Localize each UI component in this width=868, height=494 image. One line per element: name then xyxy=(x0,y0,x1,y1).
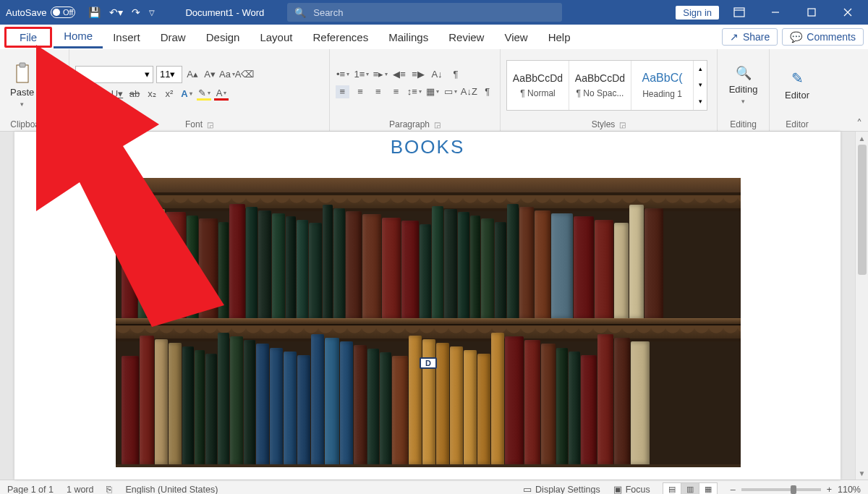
share-button[interactable]: ↗Share xyxy=(722,28,778,46)
clipboard-icon xyxy=(14,62,31,84)
paragraph-dialog-launcher-icon[interactable]: ◲ xyxy=(434,121,441,129)
svg-rect-3 xyxy=(808,9,815,16)
display-icon: ▭ xyxy=(523,484,532,494)
sort-az-icon[interactable]: A↓Z xyxy=(461,85,476,98)
scroll-up-icon[interactable]: ▲ xyxy=(856,132,868,145)
font-name-select[interactable]: ▾ xyxy=(75,66,153,83)
grow-font-icon[interactable]: A▴ xyxy=(185,68,200,81)
web-layout-icon[interactable]: ▦ xyxy=(699,482,718,495)
tab-design[interactable]: Design xyxy=(196,27,250,48)
styles-gallery[interactable]: AaBbCcDd ¶ Normal AaBbCcDd ¶ No Spac... … xyxy=(506,60,707,111)
group-editing: 🔍 Editing ▾ Editing xyxy=(718,49,770,131)
tab-layout[interactable]: Layout xyxy=(250,27,302,48)
minimize-icon[interactable] xyxy=(760,0,791,25)
borders-icon[interactable]: ▭ xyxy=(444,85,458,98)
comments-button[interactable]: 💬Comments xyxy=(782,28,864,46)
italic-icon[interactable]: I xyxy=(93,88,107,101)
multilevel-list-icon[interactable]: ≡▸ xyxy=(373,68,388,81)
zoom-slider[interactable] xyxy=(741,488,821,491)
styles-dialog-launcher-icon[interactable]: ◲ xyxy=(619,121,626,129)
font-size-select[interactable]: 11 ▾ xyxy=(156,66,182,83)
decrease-indent-icon[interactable]: ◀≡ xyxy=(392,68,407,81)
bullets-icon[interactable]: •≡ xyxy=(336,68,350,81)
zoom-in-icon[interactable]: + xyxy=(827,485,832,495)
group-font: ▾ 11 ▾ A▴ A▾ Aa A⌫ B I U▾ ab x₂ x² A ✎ A xyxy=(69,49,330,131)
bold-icon[interactable]: B xyxy=(75,88,90,101)
scroll-down-icon[interactable]: ▼ xyxy=(856,467,868,480)
styles-expand-icon[interactable]: ▴▾▾ xyxy=(694,61,707,110)
font-dialog-launcher-icon[interactable]: ◲ xyxy=(207,121,213,129)
group-clipboard: Paste ▾ ✂ ⧉ 🖌 Clipboard◲ xyxy=(0,49,69,131)
sign-in-button[interactable]: Sign in xyxy=(676,6,719,20)
align-right-icon[interactable]: ≡ xyxy=(371,85,385,98)
search-box[interactable]: 🔍 Search xyxy=(287,3,562,22)
tab-file[interactable]: File xyxy=(4,27,52,48)
tab-draw[interactable]: Draw xyxy=(150,27,196,48)
scroll-thumb[interactable] xyxy=(858,145,867,275)
language-indicator[interactable]: English (United States) xyxy=(125,485,218,495)
copy-icon[interactable]: ⧉ xyxy=(41,79,54,92)
search-icon: 🔍 xyxy=(294,7,306,18)
zoom-out-icon[interactable]: – xyxy=(731,485,736,495)
maximize-icon[interactable] xyxy=(796,0,827,25)
align-center-icon[interactable]: ≡ xyxy=(354,85,367,98)
clear-formatting-icon[interactable]: A⌫ xyxy=(237,68,252,81)
show-marks-icon[interactable]: ¶ xyxy=(448,68,463,81)
tab-review[interactable]: Review xyxy=(438,27,494,48)
sort-icon[interactable]: A↓ xyxy=(430,68,444,81)
spellcheck-icon[interactable]: ⎘ xyxy=(106,485,112,495)
subscript-icon[interactable]: x₂ xyxy=(145,88,159,101)
style-normal[interactable]: AaBbCcDd ¶ Normal xyxy=(507,61,569,110)
text-effects-icon[interactable]: A xyxy=(179,88,194,101)
undo-icon[interactable]: ↶▾ xyxy=(109,7,123,18)
shading-icon[interactable]: ▦ xyxy=(426,85,440,98)
line-spacing-icon[interactable]: ↕≡ xyxy=(407,85,422,98)
tab-references[interactable]: References xyxy=(302,27,378,48)
focus-button[interactable]: ▣Focus xyxy=(613,484,650,494)
tab-help[interactable]: Help xyxy=(538,27,581,48)
save-icon[interactable]: 💾 xyxy=(88,7,101,18)
numbering-icon[interactable]: 1≡ xyxy=(354,68,369,81)
close-icon[interactable] xyxy=(832,0,864,25)
align-left-icon[interactable]: ≡ xyxy=(336,85,349,98)
document-title: Document1 - Word xyxy=(185,7,264,18)
tab-home[interactable]: Home xyxy=(54,25,103,48)
shrink-font-icon[interactable]: A▾ xyxy=(203,68,217,81)
bookshelf-image[interactable]: D xyxy=(116,178,741,467)
strikethrough-icon[interactable]: ab xyxy=(127,88,142,101)
style-heading-1[interactable]: AaBbC( Heading 1 xyxy=(631,61,694,110)
read-mode-icon[interactable]: ▤ xyxy=(663,482,681,495)
style-no-spacing[interactable]: AaBbCcDd ¶ No Spac... xyxy=(569,61,631,110)
tab-insert[interactable]: Insert xyxy=(103,27,150,48)
vertical-scrollbar[interactable]: ▲ ▼ xyxy=(855,132,868,480)
tab-view[interactable]: View xyxy=(494,27,537,48)
ribbon-display-options-icon[interactable] xyxy=(723,0,755,25)
tab-mailings[interactable]: Mailings xyxy=(378,27,438,48)
underline-icon[interactable]: U▾ xyxy=(110,88,124,101)
format-painter-icon[interactable]: 🖌 xyxy=(41,98,54,111)
display-settings-button[interactable]: ▭Display Settings xyxy=(523,484,600,494)
autosave-toggle[interactable]: AutoSave Off xyxy=(6,7,75,18)
word-count[interactable]: 1 word xyxy=(67,485,94,495)
redo-icon[interactable]: ↷ xyxy=(132,7,140,18)
document-page[interactable]: BOOKS D xyxy=(14,132,841,480)
pilcrow-icon[interactable]: ¶ xyxy=(480,85,494,98)
justify-icon[interactable]: ≡ xyxy=(389,85,403,98)
change-case-icon[interactable]: Aa xyxy=(220,68,234,81)
collapse-ribbon-icon[interactable]: ˄ xyxy=(856,117,862,131)
clipboard-dialog-launcher-icon[interactable]: ◲ xyxy=(52,121,59,129)
superscript-icon[interactable]: x² xyxy=(162,88,176,101)
editor-button[interactable]: ✎ Editor xyxy=(780,67,814,103)
highlight-icon[interactable]: ✎ xyxy=(197,88,211,101)
page-indicator[interactable]: Page 1 of 1 xyxy=(7,485,54,495)
zoom-level[interactable]: 110% xyxy=(838,485,861,495)
customize-qat-icon[interactable]: ▽ xyxy=(149,9,155,17)
print-layout-icon[interactable]: ▥ xyxy=(681,482,699,495)
editing-button[interactable]: 🔍 Editing ▾ xyxy=(725,62,762,108)
font-color-icon[interactable]: A xyxy=(214,88,229,101)
increase-indent-icon[interactable]: ≡▶ xyxy=(411,68,425,81)
cut-icon[interactable]: ✂ xyxy=(41,60,54,73)
view-mode-buttons: ▤ ▥ ▦ xyxy=(663,482,718,495)
editor-icon: ✎ xyxy=(791,69,804,87)
paste-button[interactable]: Paste ▾ xyxy=(6,59,38,111)
